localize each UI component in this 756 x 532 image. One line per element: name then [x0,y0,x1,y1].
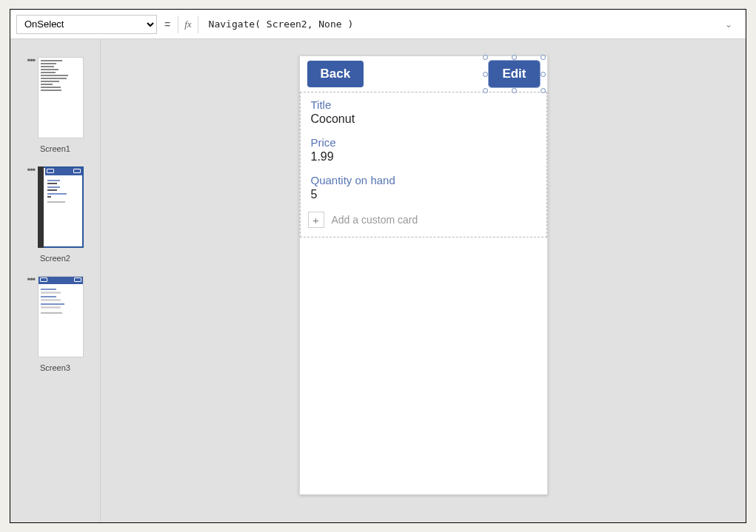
card-label: Price [311,136,536,149]
screen-thumbnail-2[interactable] [38,166,84,248]
add-card-label: Add a custom card [332,214,418,226]
card-value: 1.99 [311,150,536,164]
card-value: Coconut [311,112,536,126]
edit-button[interactable]: Edit [489,61,539,87]
more-icon[interactable]: ••• [27,276,35,282]
data-card[interactable]: Price 1.99 [301,130,546,168]
device-preview: Back Edit Title Coconut [299,55,548,495]
app-header: Back Edit [300,56,547,92]
formula-input-wrap: ⌄ [204,10,740,38]
back-button[interactable]: Back [307,61,364,87]
screens-panel: ••• Screen1 ••• [10,39,101,522]
screen-thumbnail-1[interactable] [38,57,84,138]
screen-thumb-wrap: ••• Screen1 [10,57,100,153]
card-label: Title [311,98,536,111]
screen-thumb-wrap: ••• Screen3 [10,276,100,372]
add-custom-card[interactable]: + Add a custom card [301,206,546,237]
equals-label: = [163,18,172,30]
more-icon[interactable]: ••• [27,57,35,63]
plus-icon: + [308,212,324,228]
property-dropdown[interactable]: OnSelect [16,15,157,34]
main-row: ••• Screen1 ••• [10,39,746,522]
canvas-area[interactable]: Back Edit Title Coconut [101,39,746,522]
screen-label: Screen1 [40,144,70,153]
screen-thumb-wrap: ••• Scree [10,166,100,263]
detail-form[interactable]: Title Coconut Price 1.99 Quantity on han… [300,92,547,238]
more-icon[interactable]: ••• [27,166,35,172]
edit-button-label: Edit [502,67,526,81]
formula-bar: OnSelect = fx ⌄ [10,10,746,39]
data-card[interactable]: Quantity on hand 5 [301,168,546,206]
data-card[interactable]: Title Coconut [301,92,546,130]
screen-label: Screen2 [40,254,70,263]
fx-label[interactable]: fx [178,16,198,33]
screen-label: Screen3 [40,363,70,372]
app-frame: OnSelect = fx ⌄ ••• Screen1 [10,9,746,523]
chevron-down-icon[interactable]: ⌄ [722,19,735,30]
card-value: 5 [311,188,536,201]
card-label: Quantity on hand [311,174,536,186]
formula-input[interactable] [209,18,722,30]
screen-thumbnail-3[interactable] [38,276,84,357]
